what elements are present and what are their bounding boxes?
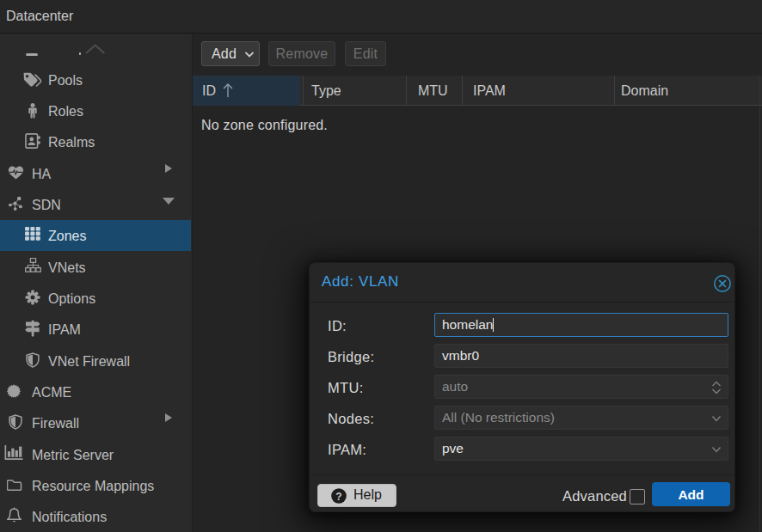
svg-text:?: ? bbox=[335, 491, 341, 503]
